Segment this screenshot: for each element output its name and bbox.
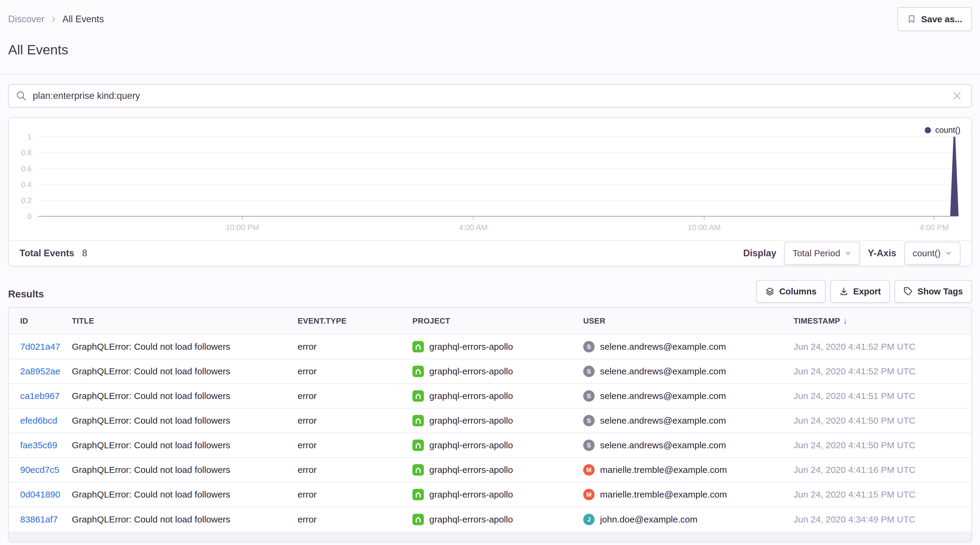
user-initial: S <box>587 343 591 350</box>
event-timestamp: Jun 24, 2020 4:41:15 PM UTC <box>794 489 971 500</box>
event-timestamp: Jun 24, 2020 4:41:50 PM UTC <box>794 440 971 450</box>
results-row: Results Columns Export Show Tags <box>8 280 972 303</box>
event-type: error <box>298 366 412 377</box>
event-timestamp: Jun 24, 2020 4:34:49 PM UTC <box>794 514 971 524</box>
event-id-cell: ca1eb967 <box>20 391 72 401</box>
event-id-cell: efed6bcd <box>20 416 72 426</box>
svg-text:0.4: 0.4 <box>21 180 32 189</box>
svg-text:10:00 AM: 10:00 AM <box>688 223 721 232</box>
save-as-button[interactable]: Save as... <box>897 7 972 31</box>
user-email: selene.andrews@example.com <box>600 366 726 377</box>
event-user: M marielle.tremble@example.com <box>583 489 794 500</box>
project-name: graphql-errors-apollo <box>429 366 513 377</box>
user-avatar: S <box>583 440 595 451</box>
column-header-timestamp[interactable]: TIMESTAMP ↓ <box>794 316 971 326</box>
event-id-link[interactable]: 7d021a47 <box>20 342 60 351</box>
user-avatar: J <box>583 514 595 525</box>
yaxis-dropdown[interactable]: count() <box>904 242 961 265</box>
yaxis-label: Y-Axis <box>868 248 896 259</box>
user-initial: S <box>587 442 591 449</box>
event-id-link[interactable]: 0d041890 <box>20 489 60 499</box>
export-button[interactable]: Export <box>830 280 890 303</box>
table-row: 2a8952ae GraphQLError: Could not load fo… <box>9 359 971 384</box>
svg-text:0.6: 0.6 <box>21 164 32 173</box>
event-id-link[interactable]: efed6bcd <box>20 416 57 426</box>
project-platform-icon <box>412 341 424 353</box>
event-title: GraphQLError: Could not load followers <box>72 391 298 401</box>
event-project: graphql-errors-apollo <box>412 514 583 525</box>
search-icon <box>16 91 27 101</box>
legend-label: count() <box>935 126 961 135</box>
header-top-row: Discover All Events Save as... <box>8 7 972 31</box>
table-row: 0d041890 GraphQLError: Could not load fo… <box>9 483 971 507</box>
event-project: graphql-errors-apollo <box>412 489 583 500</box>
project-name: graphql-errors-apollo <box>429 416 513 426</box>
project-platform-icon <box>412 390 424 402</box>
event-id-link[interactable]: 90ecd7c5 <box>20 465 59 475</box>
chart-legend[interactable]: count() <box>925 126 961 135</box>
user-avatar: M <box>583 489 595 500</box>
column-header-event-type[interactable]: EVENT.TYPE <box>298 316 412 326</box>
events-chart-panel: 00.20.40.60.8110:00 PM4:00 AM10:00 AM4:0… <box>8 117 972 266</box>
chart-controls: Display Total Period Y-Axis count() <box>743 242 961 265</box>
breadcrumb-current: All Events <box>62 14 104 25</box>
event-id-link[interactable]: 83861af7 <box>20 514 58 524</box>
event-title: GraphQLError: Could not load followers <box>72 465 298 475</box>
user-avatar: S <box>583 341 595 353</box>
column-header-title[interactable]: TITLE <box>72 316 298 326</box>
yaxis-dropdown-value: count() <box>913 248 940 258</box>
download-icon <box>839 287 848 296</box>
bookmark-icon <box>907 14 916 24</box>
table-row: fae35c69 GraphQLError: Could not load fo… <box>9 433 971 458</box>
table-row: 83861af7 GraphQLError: Could not load fo… <box>9 507 971 532</box>
column-header-id[interactable]: ID <box>20 316 72 326</box>
result-actions: Columns Export Show Tags <box>756 280 972 303</box>
page-header: Discover All Events Save as... All Event… <box>0 0 980 74</box>
user-initial: S <box>587 417 591 424</box>
legend-dot-icon <box>925 127 931 133</box>
total-events-label: Total Events <box>19 248 74 259</box>
event-title: GraphQLError: Could not load followers <box>72 342 298 352</box>
event-user: J john.doe@example.com <box>583 514 794 525</box>
project-name: graphql-errors-apollo <box>429 440 513 450</box>
save-as-label: Save as... <box>921 14 962 24</box>
svg-text:4:00 AM: 4:00 AM <box>459 223 488 232</box>
event-user: S selene.andrews@example.com <box>583 365 794 377</box>
event-user: S selene.andrews@example.com <box>583 341 794 353</box>
event-user: S selene.andrews@example.com <box>583 440 794 451</box>
svg-text:0.8: 0.8 <box>21 148 32 157</box>
svg-text:10:00 PM: 10:00 PM <box>226 223 259 232</box>
event-type: error <box>298 489 412 500</box>
user-email: selene.andrews@example.com <box>600 440 726 450</box>
search-clear-icon[interactable] <box>950 89 964 103</box>
column-header-project[interactable]: PROJECT <box>412 316 583 326</box>
event-id-link[interactable]: fae35c69 <box>20 440 57 450</box>
event-user: S selene.andrews@example.com <box>583 415 794 426</box>
event-project: graphql-errors-apollo <box>412 341 583 353</box>
event-type: error <box>298 391 412 401</box>
event-title: GraphQLError: Could not load followers <box>72 416 298 426</box>
column-header-user[interactable]: USER <box>583 316 794 326</box>
project-name: graphql-errors-apollo <box>429 514 513 524</box>
show-tags-button[interactable]: Show Tags <box>895 280 972 303</box>
event-title: GraphQLError: Could not load followers <box>72 440 298 450</box>
chevron-right-icon <box>50 16 57 23</box>
columns-button[interactable]: Columns <box>756 280 826 303</box>
breadcrumb-discover-link[interactable]: Discover <box>8 14 45 25</box>
event-id-link[interactable]: ca1eb967 <box>20 391 60 401</box>
chart-area: 00.20.40.60.8110:00 PM4:00 AM10:00 AM4:0… <box>9 118 971 240</box>
event-type: error <box>298 514 412 524</box>
search-input[interactable] <box>32 90 950 102</box>
display-label: Display <box>743 248 776 259</box>
display-dropdown[interactable]: Total Period <box>784 242 860 265</box>
event-id-cell: 2a8952ae <box>20 366 72 377</box>
event-timestamp: Jun 24, 2020 4:41:52 PM UTC <box>794 366 971 377</box>
table-footer <box>9 532 971 542</box>
event-id-cell: 90ecd7c5 <box>20 465 72 475</box>
table-row: 7d021a47 GraphQLError: Could not load fo… <box>9 335 971 359</box>
user-initial: M <box>586 491 592 498</box>
event-id-link[interactable]: 2a8952ae <box>20 366 60 376</box>
events-chart-svg: 00.20.40.60.8110:00 PM4:00 AM10:00 AM4:0… <box>9 118 971 240</box>
user-avatar: M <box>583 464 595 476</box>
event-project: graphql-errors-apollo <box>412 464 583 476</box>
